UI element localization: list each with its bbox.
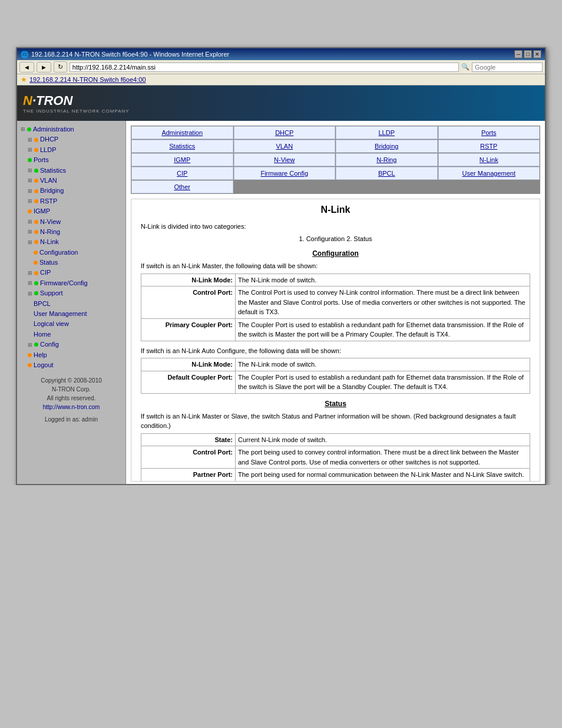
title-bar-controls[interactable]: ─ □ ✕ [514, 50, 541, 58]
sidebar-item-nlink[interactable]: ⊞ N-Link [19, 237, 123, 247]
ntron-logo-block: N·TRON THE INDUSTRIAL NETWORK COMPANY [23, 93, 130, 114]
nav-other[interactable]: Other [131, 180, 233, 193]
dot-logout [28, 363, 32, 367]
sidebar-item-home[interactable]: Home [19, 330, 123, 340]
sidebar-item-bpcl[interactable]: BPCL [19, 299, 123, 309]
sidebar-label-nview: N-View [40, 218, 61, 226]
ntron-url[interactable]: http://www.n-tron.com [43, 404, 100, 410]
dot-firmware [34, 281, 38, 285]
nav-cip[interactable]: CIP [131, 167, 233, 180]
status-intro: If switch is an N-Link Master or Slave, … [141, 411, 530, 431]
sidebar-item-vlan[interactable]: ⊞ VLAN [19, 176, 123, 186]
status-state-label: State: [141, 433, 236, 446]
tree-icon-vlan: ⊞ [28, 177, 32, 185]
nav-nview[interactable]: N-View [234, 153, 336, 166]
sidebar-item-administration[interactable]: ⊞ Administration [19, 124, 123, 134]
close-button[interactable]: ✕ [533, 50, 541, 58]
tree-icon-statistics: ⊞ [28, 167, 32, 174]
sidebar-item-logicalview[interactable]: Logical view [19, 319, 123, 329]
sidebar-item-configuration[interactable]: Configuration [19, 248, 123, 258]
dot-statistics [34, 169, 38, 173]
article-content: N-Link N-Link is divided into two catego… [131, 199, 540, 482]
address-bar[interactable] [70, 62, 459, 72]
ntron-logo-text: N [23, 93, 32, 108]
nav-rstp[interactable]: RSTP [438, 140, 540, 153]
minimize-button[interactable]: ─ [514, 50, 523, 58]
table-row: Control Port: The port being used to con… [141, 446, 530, 469]
sidebar-item-cip[interactable]: ⊞ CIP [19, 268, 123, 278]
nav-vlan[interactable]: VLAN [234, 140, 336, 153]
sidebar-label-support: Support [40, 289, 63, 298]
favorites-label[interactable]: 192.168.2.214 N-TRON Switch f6oe4:00 [29, 76, 146, 83]
browser-window: 🌐 192.168.2.214 N-TRON Switch f6oe4:90 -… [16, 47, 546, 485]
favorites-icon: ★ [21, 75, 27, 84]
nav-dhcp[interactable]: DHCP [234, 126, 336, 139]
article-title: N-Link [141, 203, 530, 217]
article-categories: 1. Configuration 2. Status [141, 234, 530, 244]
sidebar-item-help[interactable]: Help [19, 350, 123, 360]
tree-icon-firmware: ⊞ [28, 279, 32, 287]
sidebar-item-usermgmt[interactable]: User Management [19, 309, 123, 319]
sidebar-item-status[interactable]: Status [19, 258, 123, 268]
sidebar-item-config[interactable]: ⊞ Config [19, 340, 123, 350]
nav-nlink[interactable]: N-Link [438, 153, 540, 166]
sidebar-item-nring[interactable]: ⊞ N-Ring [19, 227, 123, 237]
search-input[interactable] [472, 62, 543, 72]
sidebar-item-nview[interactable]: ⊞ N-View [19, 217, 123, 227]
sidebar-label-ports: Ports [34, 156, 49, 164]
nav-firmware-config[interactable]: Firmware Config [234, 167, 336, 180]
refresh-button[interactable]: ↻ [54, 61, 67, 73]
auto-default-coupler-label: Default Coupler Port: [141, 371, 236, 393]
nav-igmp[interactable]: IGMP [131, 153, 233, 166]
sidebar-item-ports[interactable]: Ports [19, 155, 123, 165]
sidebar-label-status: Status [39, 258, 58, 267]
tree-icon-rstp: ⊞ [28, 197, 32, 205]
nav-ports[interactable]: Ports [438, 126, 540, 139]
dot-help [28, 353, 32, 357]
title-bar-left: 🌐 192.168.2.214 N-TRON Switch f6oe4:90 -… [21, 51, 229, 58]
status-partner-port-desc: The port being used for normal communica… [236, 469, 530, 482]
nav-bridging[interactable]: Bridging [336, 140, 438, 153]
dot-rstp [34, 199, 38, 203]
status-table: State: Current N-Link mode of switch. Co… [141, 433, 530, 482]
dot-vlan [34, 179, 38, 183]
back-button[interactable]: ◄ [19, 62, 34, 73]
nav-statistics[interactable]: Statistics [131, 140, 233, 153]
dot-nlink [34, 240, 38, 244]
sidebar-item-rstp[interactable]: ⊞ RSTP [19, 196, 123, 206]
sidebar-item-logout[interactable]: Logout [19, 360, 123, 370]
sidebar-label-bridging: Bridging [40, 186, 64, 195]
sidebar-item-dhcp[interactable]: ⊞ DHCP [19, 134, 123, 144]
nav-lldp[interactable]: LLDP [336, 126, 438, 139]
sidebar-label-config: Config [40, 340, 59, 349]
sidebar-item-support[interactable]: ⊞ Support [19, 288, 123, 298]
sidebar-label-help: Help [34, 351, 47, 360]
dot-administration [27, 127, 31, 131]
forward-button[interactable]: ► [37, 62, 51, 73]
sidebar-label-home: Home [34, 330, 51, 339]
sidebar-item-lldp[interactable]: ⊞ LLDP [19, 145, 123, 155]
sidebar-item-igmp[interactable]: IGMP [19, 206, 123, 216]
maximize-button[interactable]: □ [524, 50, 532, 58]
tree-icon-cip: ⊞ [28, 269, 32, 277]
dot-bridging [34, 189, 38, 193]
status-state-desc: Current N-Link mode of switch. [236, 433, 530, 446]
nav-administration[interactable]: Administration [131, 126, 233, 139]
dot-igmp [28, 209, 32, 213]
sidebar-label-lldp: LLDP [40, 146, 57, 154]
sidebar-label-vlan: VLAN [40, 176, 57, 185]
nav-user-management[interactable]: User Management [438, 167, 540, 180]
nav-bpcl[interactable]: BPCL [336, 167, 438, 180]
auto-heading: If switch is an N-Link Auto Configure, t… [141, 346, 530, 356]
sidebar-label-nlink: N-Link [40, 238, 59, 246]
sidebar-item-statistics[interactable]: ⊞ Statistics [19, 166, 123, 176]
sidebar-label-rstp: RSTP [40, 197, 57, 206]
auto-nlink-mode-label: N-Link Mode: [141, 358, 236, 371]
nav-nring[interactable]: N-Ring [336, 153, 438, 166]
table-row: Primary Coupler Port: The Coupler Port i… [141, 318, 530, 341]
sidebar-label-usermgmt: User Management [34, 309, 87, 318]
sidebar-item-firmware[interactable]: ⊞ Firmware/Config [19, 278, 123, 288]
tree-icon: ⊞ [21, 126, 25, 133]
sidebar-item-bridging[interactable]: ⊞ Bridging [19, 186, 123, 196]
dot-nview [34, 220, 38, 224]
